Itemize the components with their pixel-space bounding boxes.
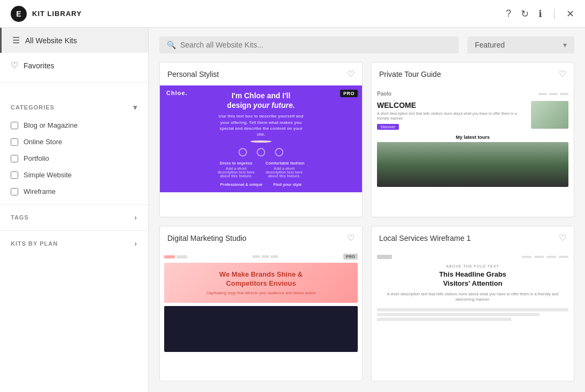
categories-label: CATEGORIES <box>11 104 55 111</box>
sidebar: ☰ All Website Kits ♡ Favorites CATEGORIE… <box>0 28 149 392</box>
card-header-wireframe: Local Services Wireframe 1 ♡ <box>372 226 574 249</box>
category-blog-label: Blog or Magazine <box>24 121 78 129</box>
preview-tagline: I'm Chloe and I'lldesign your future. <box>227 91 295 110</box>
card-preview-digital-marketing: PRO We Make Brands Shine &Competitors En… <box>160 249 362 356</box>
preview-tour-logo: Paolo <box>377 91 391 97</box>
category-simple-website[interactable]: Simple Website <box>11 167 137 183</box>
categories-header[interactable]: CATEGORIES ▾ <box>11 98 137 117</box>
sidebar-favorites-label: Favorites <box>24 61 55 70</box>
category-portfolio-checkbox[interactable] <box>11 155 18 162</box>
tags-section[interactable]: TAGS › <box>0 204 148 230</box>
kits-by-plan-label: KITS BY PLAN <box>11 240 58 247</box>
kits-grid: Personal Stylist ♡ Chloe. PRO I'm Chloe … <box>149 62 585 392</box>
preview-welcome-title: WELCOME <box>377 101 528 109</box>
heart-icon: ♡ <box>11 60 18 70</box>
card-header-tour-guide: Private Tour Guide ♡ <box>372 62 574 85</box>
kit-card-private-tour-guide[interactable]: Private Tour Guide ♡ Paolo <box>371 62 574 217</box>
category-online-store[interactable]: Online Store <box>11 134 137 150</box>
preview-wf-hero-sub: A short description text that tells visi… <box>377 292 568 303</box>
favorite-icon-wireframe[interactable]: ♡ <box>559 233 566 243</box>
content-area: 🔍 Featured ▾ Personal Stylist ♡ Chloe. P <box>149 28 585 392</box>
categories-section: CATEGORIES ▾ Blog or Magazine Online Sto… <box>0 87 148 204</box>
preview-eiffel <box>377 142 568 187</box>
toolbar: 🔍 Featured ▾ <box>149 28 585 62</box>
card-preview-tour-guide: Paolo WELCOME A short description text t… <box>372 85 574 192</box>
tags-chevron-icon: › <box>134 213 137 222</box>
sidebar-divider-1 <box>0 82 148 83</box>
info-icon[interactable]: ℹ <box>538 8 542 20</box>
card-preview-personal-stylist: Chloe. PRO I'm Chloe and I'lldesign your… <box>160 85 362 192</box>
favorite-icon-tour-guide[interactable]: ♡ <box>559 69 566 79</box>
question-icon[interactable]: ? <box>506 8 511 19</box>
main-layout: ☰ All Website Kits ♡ Favorites CATEGORIE… <box>0 28 585 392</box>
preview-latest-tours: My latest tours <box>377 135 568 140</box>
card-title-tour-guide: Private Tour Guide <box>379 70 441 79</box>
search-input[interactable] <box>180 41 451 49</box>
sidebar-all-kits-label: All Website Kits <box>25 36 77 45</box>
pro-badge-digital-marketing: PRO <box>343 254 358 260</box>
sort-label: Featured <box>475 41 505 49</box>
preview-wf-hero-title: This Headline GrabsVisitors' Attention <box>377 270 568 288</box>
card-header-digital-marketing: Digital Marketing Studio ♡ <box>160 226 362 249</box>
favorite-icon-personal-stylist[interactable]: ♡ <box>347 69 355 79</box>
preview-welcome-desc: A short description text that tells visi… <box>377 111 528 121</box>
preview-features2: Professional & unique Find your style <box>220 182 302 187</box>
sort-chevron-icon: ▾ <box>563 41 567 49</box>
preview-circles <box>238 148 283 156</box>
category-blog[interactable]: Blog or Magazine <box>11 117 137 134</box>
category-wireframe[interactable]: Wireframe <box>11 183 137 200</box>
category-simple-website-label: Simple Website <box>24 171 72 179</box>
tags-label: TAGS <box>11 214 29 221</box>
search-icon: 🔍 <box>167 41 176 49</box>
kits-by-plan-chevron-icon: › <box>134 239 137 248</box>
pro-badge-personal-stylist: PRO <box>340 90 358 97</box>
category-portfolio-label: Portfolio <box>24 154 49 162</box>
app-title: KIT LIBRARY <box>32 10 82 18</box>
kit-card-digital-marketing[interactable]: Digital Marketing Studio ♡ <box>159 226 363 381</box>
header-actions: ? ↻ ℹ ✕ <box>506 8 574 20</box>
preview-features: Dress to impressAdd a short description … <box>218 161 305 178</box>
refresh-icon[interactable]: ↻ <box>521 8 529 20</box>
kit-card-wireframe[interactable]: Local Services Wireframe 1 ♡ <box>371 226 574 381</box>
card-preview-wireframe: ABOVE THE FOLD TEXT This Headline GrabsV… <box>372 249 574 356</box>
categories-chevron-icon: ▾ <box>133 103 137 112</box>
sidebar-item-favorites[interactable]: ♡ Favorites <box>0 53 148 78</box>
kits-by-plan-section[interactable]: KITS BY PLAN › <box>0 230 148 256</box>
kit-card-personal-stylist[interactable]: Personal Stylist ♡ Chloe. PRO I'm Chloe … <box>159 62 363 217</box>
search-bar[interactable]: 🔍 <box>159 36 459 53</box>
preview-sub: Use this text box to describe yourself a… <box>218 113 304 137</box>
preview-dm-hero: We Make Brands Shine &Competitors Enviou… <box>164 263 358 303</box>
preview-dm-dark <box>164 306 358 352</box>
preview-tour-btn: Discover <box>377 124 399 130</box>
category-simple-website-checkbox[interactable] <box>11 171 18 179</box>
card-header-personal-stylist: Personal Stylist ♡ <box>160 62 362 85</box>
app-logo: E <box>11 6 27 22</box>
card-title-personal-stylist: Personal Stylist <box>167 70 219 79</box>
header-divider <box>554 9 555 19</box>
preview-brand: Chloe. <box>166 90 188 96</box>
category-online-store-label: Online Store <box>24 138 62 146</box>
header-left: E KIT LIBRARY <box>11 6 82 22</box>
category-blog-checkbox[interactable] <box>11 122 18 129</box>
preview-wf-hero-label: ABOVE THE FOLD TEXT <box>377 264 568 268</box>
card-title-wireframe: Local Services Wireframe 1 <box>379 234 471 242</box>
preview-avatar <box>250 140 272 143</box>
preview-welcome-img <box>531 101 568 129</box>
sort-dropdown[interactable]: Featured ▾ <box>467 36 574 53</box>
category-wireframe-checkbox[interactable] <box>11 188 18 195</box>
category-online-store-checkbox[interactable] <box>11 138 18 146</box>
favorite-icon-digital-marketing[interactable]: ♡ <box>347 233 355 243</box>
card-title-digital-marketing: Digital Marketing Studio <box>167 234 247 242</box>
category-portfolio[interactable]: Portfolio <box>11 150 137 167</box>
sidebar-item-all-kits[interactable]: ☰ All Website Kits <box>0 28 148 53</box>
preview-wf-logo <box>377 255 392 259</box>
header: E KIT LIBRARY ? ↻ ℹ ✕ <box>0 0 585 28</box>
hamburger-icon: ☰ <box>12 35 20 45</box>
close-icon[interactable]: ✕ <box>566 8 574 20</box>
category-wireframe-label: Wireframe <box>24 187 56 195</box>
